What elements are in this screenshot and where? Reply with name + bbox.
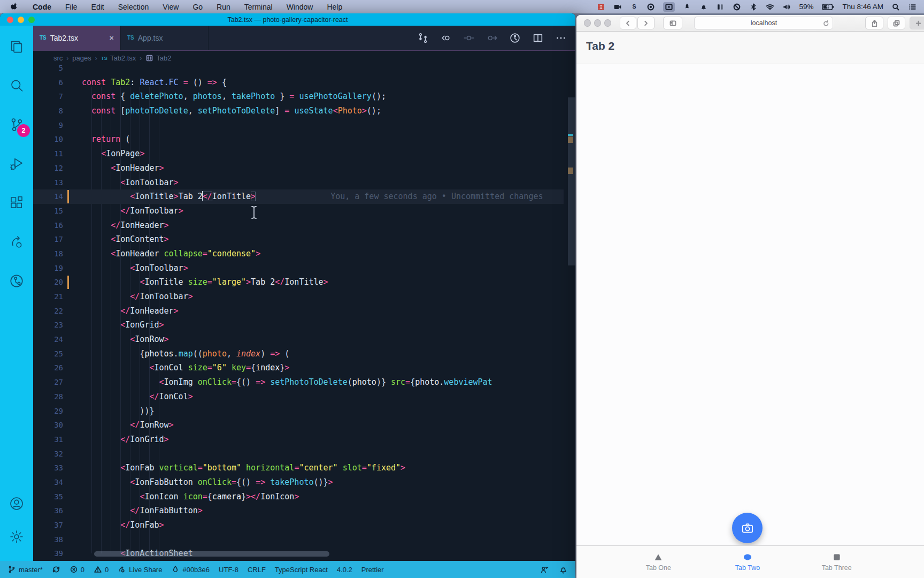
code-line[interactable]: 14 <IonTitle>Tab 2</IonTitle>You, a few … [33, 189, 564, 204]
breadcrumb-item-tab2.tsx[interactable]: TSTab2.tsx [101, 54, 136, 62]
menu-item-go[interactable]: Go [192, 3, 203, 11]
menu-item-run[interactable]: Run [217, 3, 230, 11]
status-battery-icon[interactable] [821, 1, 834, 13]
take-photo-fab-button[interactable] [732, 513, 763, 543]
forward-button[interactable] [637, 17, 654, 29]
menu-item-terminal[interactable]: Terminal [244, 3, 273, 11]
ion-tab-tab-three[interactable]: Tab Three [792, 546, 881, 578]
tab-overview-button[interactable] [888, 17, 905, 29]
code-line[interactable]: 38 [33, 533, 564, 547]
status-wifi-icon[interactable] [766, 3, 774, 11]
activity-gear-button[interactable] [7, 528, 26, 546]
menu-item-edit[interactable]: Edit [91, 3, 104, 11]
activity-ext-button[interactable] [7, 194, 26, 212]
vscode-title-bar[interactable]: Tab2.tsx — photo-gallery-capacitor-react [0, 13, 575, 26]
code-line[interactable]: 10 return ( [33, 132, 564, 147]
sidebar-toggle-button[interactable] [663, 17, 683, 29]
vertical-scrollbar[interactable] [568, 97, 575, 265]
activity-debug-button[interactable] [7, 155, 26, 173]
status-item-utf-8[interactable]: UTF-8 [219, 566, 238, 574]
zoom-window-button[interactable] [28, 17, 35, 23]
activity-account-button[interactable] [7, 495, 26, 513]
status-cc-icon[interactable] [908, 3, 917, 11]
status-item-0[interactable]: 0 [70, 565, 84, 574]
code-line[interactable]: 21 </IonToolbar> [33, 290, 564, 304]
split-action-button[interactable] [532, 32, 544, 44]
menu-item-code[interactable]: Code [33, 3, 51, 11]
code-line[interactable]: 29 ))} [33, 404, 564, 419]
code-line[interactable]: 19 <IonToolbar> [33, 261, 564, 276]
code-line[interactable]: 20 <IonTitle size="large">Tab 2</IonTitl… [33, 275, 564, 290]
status-sglyph-icon[interactable]: S [630, 3, 638, 11]
code-line[interactable]: 8 const [photoToDelete, setPhotoToDelete… [33, 104, 564, 118]
code-line[interactable]: 5 [33, 65, 564, 75]
code-line[interactable]: 23 <IonGrid> [33, 318, 564, 332]
code-line[interactable]: 35 <IonIcon icon={camera}></IonIcon> [33, 490, 564, 504]
status-bell-button[interactable] [559, 565, 568, 574]
status-rocket-icon[interactable] [683, 3, 691, 11]
menu-item-help[interactable]: Help [327, 3, 342, 11]
zoom-window-button[interactable] [604, 19, 611, 27]
history-action-button[interactable] [509, 32, 521, 44]
code-line[interactable]: 37 </IonFab> [33, 518, 564, 533]
activity-liveshare-button[interactable] [7, 233, 26, 251]
breadcrumb-item-pages[interactable]: pages [72, 54, 91, 62]
new-tab-button[interactable] [910, 17, 924, 29]
status-splitbars-icon[interactable] [716, 3, 725, 11]
activity-scm-button[interactable]: 2 [7, 116, 26, 134]
menu-status-text[interactable]: 59% [799, 3, 813, 11]
status-searchm-icon[interactable] [891, 3, 900, 11]
menu-status-text[interactable]: Thu 8:46 AM [842, 3, 883, 11]
activity-gitlens-button[interactable] [7, 272, 26, 290]
status-item-live-share[interactable]: Live Share [118, 565, 162, 574]
code-line[interactable]: 32 [33, 447, 564, 461]
code-line[interactable]: 18 <IonHeader collapse="condense"> [33, 247, 564, 261]
code-line[interactable]: 6const Tab2: React.FC = () => { [33, 75, 564, 90]
activity-files-button[interactable] [7, 37, 26, 56]
activity-search-button[interactable] [7, 77, 26, 95]
editor-tab-app.tsx[interactable]: TSApp.tsx [121, 26, 209, 50]
code-line[interactable]: 33 <IonFab vertical="bottom" horizontal=… [33, 461, 564, 475]
code-line[interactable]: 9 [33, 118, 564, 133]
status-cam-icon[interactable] [613, 3, 622, 11]
code-line[interactable]: 28 </IonCol> [33, 390, 564, 404]
address-bar[interactable]: localhost [694, 17, 833, 29]
menu-item-selection[interactable]: Selection [118, 3, 149, 11]
code-line[interactable]: 11 <IonPage> [33, 147, 564, 161]
status-film-icon[interactable] [597, 3, 605, 11]
code-line[interactable]: 22 </IonHeader> [33, 304, 564, 318]
share-button[interactable] [865, 17, 883, 29]
code-line[interactable]: 36 </IonFabButton> [33, 504, 564, 518]
code-line[interactable]: 7 const { deletePhoto, photos, takePhoto… [33, 89, 564, 104]
code-line[interactable]: 13 <IonToolbar> [33, 176, 564, 190]
menu-item-file[interactable]: File [65, 3, 78, 11]
status-item-4-0-2[interactable]: 4.0.2 [337, 566, 352, 574]
status-item-crlf[interactable]: CRLF [248, 566, 266, 574]
breadcrumb-item-src[interactable]: src [53, 54, 63, 62]
prevchange-action-button[interactable] [440, 32, 452, 44]
status-item-0[interactable]: 0 [94, 565, 109, 574]
breadcrumb-item-tab2[interactable]: Tab2 [145, 54, 171, 62]
code-line[interactable]: 12 <IonHeader> [33, 161, 564, 176]
ion-tab-tab-two[interactable]: Tab Two [703, 546, 792, 578]
menu-item-view[interactable]: View [163, 3, 179, 11]
close-tab-icon[interactable]: × [109, 33, 114, 42]
minimize-window-button[interactable] [18, 17, 24, 23]
status-bell2-icon[interactable] [699, 3, 708, 11]
horizontal-scrollbar[interactable] [94, 551, 329, 557]
compare-action-button[interactable] [417, 32, 429, 44]
editor-tab-tab2.tsx[interactable]: TSTab2.tsx× [33, 26, 121, 50]
back-button[interactable] [620, 17, 636, 29]
status-item--00b3e6[interactable]: #00b3e6 [171, 565, 210, 574]
status-item-prettier[interactable]: Prettier [361, 566, 384, 574]
more-action-button[interactable] [555, 32, 567, 44]
code-line[interactable]: 27 <IonImg onClick={() => setPhotoToDele… [33, 375, 564, 390]
status-screenrec-icon[interactable] [663, 2, 675, 12]
chg-action-button[interactable] [463, 32, 475, 44]
status-dnd-icon[interactable] [733, 3, 741, 11]
code-line[interactable]: 31 </IonGrid> [33, 432, 564, 447]
code-line[interactable]: 16 </IonHeader> [33, 218, 564, 233]
status-bt-icon[interactable] [749, 3, 758, 11]
close-window-button[interactable] [584, 19, 591, 27]
status-item-typescript-react[interactable]: TypeScript React [275, 566, 328, 574]
